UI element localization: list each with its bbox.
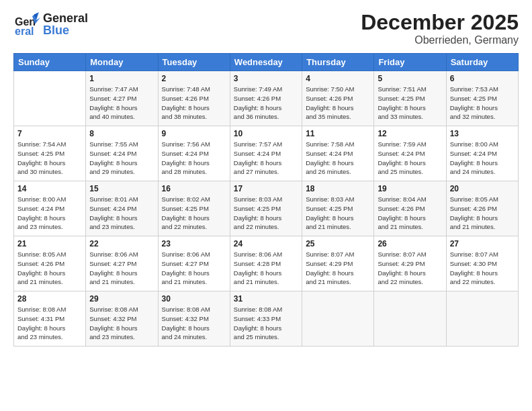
calendar-cell — [446, 291, 518, 347]
calendar-cell: 20Sunrise: 8:05 AM Sunset: 4:26 PM Dayli… — [446, 181, 518, 236]
calendar-week-5: 28Sunrise: 8:08 AM Sunset: 4:31 PM Dayli… — [14, 291, 519, 347]
day-number: 20 — [450, 184, 515, 193]
day-number: 8 — [89, 129, 154, 138]
day-number: 18 — [306, 184, 370, 193]
calendar-cell: 15Sunrise: 8:01 AM Sunset: 4:24 PM Dayli… — [86, 181, 158, 236]
day-info: Sunrise: 7:53 AM Sunset: 4:25 PM Dayligh… — [450, 85, 515, 122]
day-number: 31 — [234, 294, 298, 304]
calendar-cell: 9Sunrise: 7:56 AM Sunset: 4:24 PM Daylig… — [158, 126, 230, 181]
day-number: 22 — [89, 239, 154, 248]
calendar-body: 1Sunrise: 7:47 AM Sunset: 4:27 PM Daylig… — [14, 71, 519, 347]
day-info: Sunrise: 8:03 AM Sunset: 4:25 PM Dayligh… — [234, 195, 298, 232]
calendar-cell: 26Sunrise: 8:07 AM Sunset: 4:29 PM Dayli… — [374, 236, 446, 291]
calendar-cell: 3Sunrise: 7:49 AM Sunset: 4:26 PM Daylig… — [230, 71, 302, 126]
calendar-header: SundayMondayTuesdayWednesdayThursdayFrid… — [14, 54, 519, 71]
title-block: December 2025 Oberrieden, Germany — [361, 11, 519, 46]
logo-blue-text: Blue — [43, 24, 88, 36]
calendar-week-1: 1Sunrise: 7:47 AM Sunset: 4:27 PM Daylig… — [14, 71, 519, 126]
day-info: Sunrise: 7:47 AM Sunset: 4:27 PM Dayligh… — [89, 85, 154, 122]
day-info: Sunrise: 8:00 AM Sunset: 4:24 PM Dayligh… — [17, 195, 82, 232]
calendar-cell: 12Sunrise: 7:59 AM Sunset: 4:24 PM Dayli… — [374, 126, 446, 181]
calendar-cell — [374, 291, 446, 347]
logo: Gen eral General Blue — [13, 11, 88, 38]
day-number: 4 — [306, 74, 370, 83]
day-info: Sunrise: 8:03 AM Sunset: 4:25 PM Dayligh… — [306, 195, 370, 232]
day-number: 24 — [234, 239, 298, 248]
weekday-header-wednesday: Wednesday — [230, 54, 302, 71]
calendar-cell: 28Sunrise: 8:08 AM Sunset: 4:31 PM Dayli… — [14, 291, 86, 347]
calendar-cell: 22Sunrise: 8:06 AM Sunset: 4:27 PM Dayli… — [86, 236, 158, 291]
calendar-cell: 21Sunrise: 8:05 AM Sunset: 4:26 PM Dayli… — [14, 236, 86, 291]
calendar-cell: 5Sunrise: 7:51 AM Sunset: 4:25 PM Daylig… — [374, 71, 446, 126]
calendar-cell: 25Sunrise: 8:07 AM Sunset: 4:29 PM Dayli… — [302, 236, 374, 291]
calendar-cell: 19Sunrise: 8:04 AM Sunset: 4:26 PM Dayli… — [374, 181, 446, 236]
day-info: Sunrise: 8:02 AM Sunset: 4:25 PM Dayligh… — [162, 195, 226, 232]
calendar-cell: 7Sunrise: 7:54 AM Sunset: 4:25 PM Daylig… — [14, 126, 86, 181]
day-number: 13 — [450, 129, 515, 138]
day-number: 21 — [17, 239, 82, 248]
day-info: Sunrise: 8:05 AM Sunset: 4:26 PM Dayligh… — [450, 195, 515, 232]
day-number: 14 — [17, 184, 82, 193]
weekday-header-thursday: Thursday — [302, 54, 374, 71]
calendar-cell: 1Sunrise: 7:47 AM Sunset: 4:27 PM Daylig… — [86, 71, 158, 126]
calendar-cell: 31Sunrise: 8:08 AM Sunset: 4:33 PM Dayli… — [230, 291, 302, 347]
day-info: Sunrise: 7:49 AM Sunset: 4:26 PM Dayligh… — [234, 85, 298, 122]
day-info: Sunrise: 7:48 AM Sunset: 4:26 PM Dayligh… — [162, 85, 226, 122]
day-info: Sunrise: 8:04 AM Sunset: 4:26 PM Dayligh… — [378, 195, 442, 232]
calendar-week-4: 21Sunrise: 8:05 AM Sunset: 4:26 PM Dayli… — [14, 236, 519, 291]
calendar-title: December 2025 — [361, 11, 519, 34]
day-number: 29 — [89, 294, 154, 304]
day-number: 11 — [306, 129, 370, 138]
day-info: Sunrise: 7:51 AM Sunset: 4:25 PM Dayligh… — [378, 85, 442, 122]
day-number: 19 — [378, 184, 442, 193]
day-number: 27 — [450, 239, 515, 248]
calendar-cell: 11Sunrise: 7:58 AM Sunset: 4:24 PM Dayli… — [302, 126, 374, 181]
logo-text: General Blue — [43, 12, 88, 36]
day-info: Sunrise: 8:01 AM Sunset: 4:24 PM Dayligh… — [89, 195, 154, 232]
calendar-cell: 14Sunrise: 8:00 AM Sunset: 4:24 PM Dayli… — [14, 181, 86, 236]
day-info: Sunrise: 8:08 AM Sunset: 4:33 PM Dayligh… — [234, 305, 298, 342]
day-number: 1 — [89, 74, 154, 83]
calendar-table: SundayMondayTuesdayWednesdayThursdayFrid… — [13, 53, 519, 347]
day-number: 3 — [234, 74, 298, 83]
page: Gen eral General Blue December 2025 Ober… — [0, 0, 532, 411]
day-number: 5 — [378, 74, 442, 83]
calendar-cell: 10Sunrise: 7:57 AM Sunset: 4:24 PM Dayli… — [230, 126, 302, 181]
day-info: Sunrise: 7:55 AM Sunset: 4:24 PM Dayligh… — [89, 140, 154, 177]
calendar-cell: 23Sunrise: 8:06 AM Sunset: 4:27 PM Dayli… — [158, 236, 230, 291]
calendar-cell: 4Sunrise: 7:50 AM Sunset: 4:26 PM Daylig… — [302, 71, 374, 126]
day-info: Sunrise: 8:06 AM Sunset: 4:27 PM Dayligh… — [162, 250, 226, 287]
weekday-header-friday: Friday — [374, 54, 446, 71]
day-number: 6 — [450, 74, 515, 83]
day-number: 28 — [17, 294, 82, 304]
day-info: Sunrise: 7:56 AM Sunset: 4:24 PM Dayligh… — [162, 140, 226, 177]
weekday-header-saturday: Saturday — [446, 54, 518, 71]
calendar-cell — [302, 291, 374, 347]
header: Gen eral General Blue December 2025 Ober… — [13, 11, 519, 46]
day-number: 25 — [306, 239, 370, 248]
calendar-cell: 17Sunrise: 8:03 AM Sunset: 4:25 PM Dayli… — [230, 181, 302, 236]
calendar-cell: 8Sunrise: 7:55 AM Sunset: 4:24 PM Daylig… — [86, 126, 158, 181]
day-info: Sunrise: 7:50 AM Sunset: 4:26 PM Dayligh… — [306, 85, 370, 122]
weekday-header-monday: Monday — [86, 54, 158, 71]
day-number: 26 — [378, 239, 442, 248]
day-info: Sunrise: 8:05 AM Sunset: 4:26 PM Dayligh… — [17, 250, 82, 287]
day-info: Sunrise: 7:59 AM Sunset: 4:24 PM Dayligh… — [378, 140, 442, 177]
day-info: Sunrise: 8:07 AM Sunset: 4:29 PM Dayligh… — [378, 250, 442, 287]
svg-text:eral: eral — [15, 26, 34, 37]
calendar-week-2: 7Sunrise: 7:54 AM Sunset: 4:25 PM Daylig… — [14, 126, 519, 181]
day-info: Sunrise: 8:08 AM Sunset: 4:32 PM Dayligh… — [89, 305, 154, 342]
day-info: Sunrise: 7:57 AM Sunset: 4:24 PM Dayligh… — [234, 140, 298, 177]
weekday-header-row: SundayMondayTuesdayWednesdayThursdayFrid… — [14, 54, 519, 71]
calendar-cell: 18Sunrise: 8:03 AM Sunset: 4:25 PM Dayli… — [302, 181, 374, 236]
calendar-cell: 30Sunrise: 8:08 AM Sunset: 4:32 PM Dayli… — [158, 291, 230, 347]
day-number: 7 — [17, 129, 82, 138]
logo-icon: Gen eral — [13, 11, 40, 38]
weekday-header-tuesday: Tuesday — [158, 54, 230, 71]
calendar-cell: 6Sunrise: 7:53 AM Sunset: 4:25 PM Daylig… — [446, 71, 518, 126]
calendar-week-3: 14Sunrise: 8:00 AM Sunset: 4:24 PM Dayli… — [14, 181, 519, 236]
calendar-subtitle: Oberrieden, Germany — [361, 34, 519, 46]
day-number: 16 — [162, 184, 226, 193]
day-number: 15 — [89, 184, 154, 193]
calendar-cell: 2Sunrise: 7:48 AM Sunset: 4:26 PM Daylig… — [158, 71, 230, 126]
